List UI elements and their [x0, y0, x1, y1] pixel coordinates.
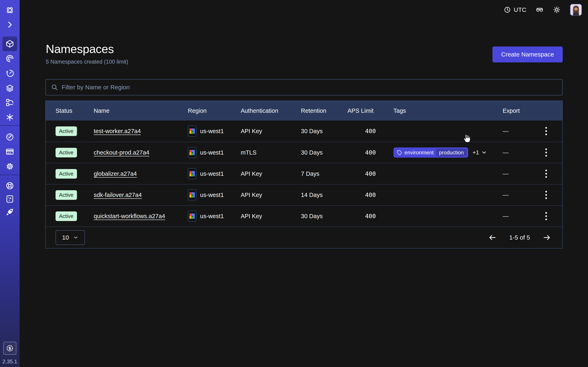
- row-actions-menu-button[interactable]: [541, 189, 551, 201]
- page-title: Namespaces: [46, 42, 114, 56]
- export-value: —: [503, 192, 541, 198]
- retention-value: 14 Days: [301, 192, 347, 198]
- tag-expand-button[interactable]: [481, 150, 487, 156]
- namespaces-cube-icon: [6, 40, 14, 48]
- authentication-value: API Key: [241, 192, 301, 198]
- region-label: us-west1: [200, 149, 224, 156]
- timezone-label: UTC: [514, 6, 526, 13]
- tag-icon: [397, 150, 402, 155]
- create-namespace-button[interactable]: Create Namespace: [493, 47, 563, 62]
- region-label: us-west1: [200, 213, 224, 220]
- table-row: Active globalizer.a27a4 us-west1 API Key…: [46, 163, 562, 184]
- namespace-link[interactable]: checkout-prod.a27a4: [94, 149, 149, 156]
- chevron-right-icon: [6, 20, 14, 29]
- column-header-region: Region: [188, 108, 241, 114]
- sun-icon: [553, 6, 561, 14]
- export-value: —: [503, 213, 541, 220]
- glasses-icon: [536, 6, 544, 14]
- region-label: us-west1: [200, 170, 224, 177]
- quickstart-rocket-icon: [6, 208, 14, 216]
- search-icon: [51, 84, 58, 91]
- table-header: StatusNameRegionAuthenticationRetentionA…: [46, 101, 562, 120]
- gcp-logo-icon: [188, 125, 196, 137]
- sidebar-item-billing[interactable]: [2, 144, 17, 159]
- namespace-link[interactable]: quickstart-workflows.a27a4: [94, 213, 165, 219]
- gcp-logo-icon: [188, 211, 196, 222]
- tag-key: environment: [405, 150, 434, 156]
- tags-cell: environment production +1: [393, 147, 503, 158]
- namespace-link[interactable]: globalizer.a27a4: [94, 170, 137, 177]
- page-subtitle: 5 Namespaces created (100 limit): [46, 59, 128, 65]
- sidebar-item-logo[interactable]: [2, 3, 17, 17]
- column-header-retention: Retention: [301, 108, 347, 114]
- page-size-select[interactable]: 10: [56, 230, 85, 245]
- region-label: us-west1: [200, 128, 224, 134]
- filter-bar: [45, 79, 563, 95]
- table-footer: 10 1-5 of 5: [46, 226, 562, 248]
- clock-icon: [504, 6, 511, 13]
- row-actions-menu-button[interactable]: [541, 167, 551, 180]
- pagination-range: 1-5 of 5: [509, 234, 530, 241]
- avatar-image: [571, 4, 581, 15]
- workflows-spiral-icon: [6, 54, 14, 63]
- deployments-layers-icon: [6, 84, 14, 92]
- chevron-down-icon: [73, 235, 78, 240]
- user-avatar[interactable]: [570, 4, 582, 16]
- status-badge: Active: [56, 148, 77, 157]
- status-badge: Active: [56, 169, 77, 179]
- sidebar-divider: [0, 125, 20, 125]
- export-value: —: [503, 128, 541, 134]
- usage-gauge-icon: [6, 133, 14, 141]
- row-actions-menu-button[interactable]: [541, 146, 551, 159]
- theme-toggle-button[interactable]: [553, 6, 561, 14]
- retention-value: 30 Days: [301, 128, 347, 134]
- column-header-export: Export: [503, 108, 541, 114]
- sidebar-item-namespaces[interactable]: [2, 36, 17, 51]
- onboarding-doc-sparkle-icon: [6, 195, 14, 203]
- sidebar-item-settings[interactable]: [2, 159, 17, 174]
- main-content: Namespaces 5 Namespaces created (100 lim…: [20, 20, 588, 367]
- arrow-left-icon: [488, 234, 497, 242]
- retention-value: 30 Days: [301, 213, 347, 220]
- sidebar-item-schedules[interactable]: [2, 66, 17, 81]
- credits-badge-button[interactable]: [3, 342, 16, 355]
- row-actions-menu-button[interactable]: [541, 125, 551, 137]
- sidebar-item-onboarding[interactable]: [2, 192, 17, 206]
- column-header-name: Name: [94, 108, 188, 114]
- sidebar-item-quickstart[interactable]: [2, 205, 17, 219]
- aps-limit-value: 400: [347, 192, 393, 198]
- authentication-value: mTLS: [241, 149, 301, 156]
- region-label: us-west1: [200, 192, 224, 198]
- sidebar-item-usage[interactable]: [2, 130, 17, 144]
- sidebar-item-batch[interactable]: [2, 110, 17, 125]
- retention-value: 30 Days: [301, 149, 347, 156]
- billing-card-icon: [6, 147, 14, 156]
- sidebar-item-support[interactable]: [2, 178, 17, 193]
- timezone-selector[interactable]: UTC: [504, 6, 526, 13]
- sidebar-item-nexus[interactable]: [2, 95, 17, 110]
- namespace-link[interactable]: test-worker.a27a4: [94, 128, 141, 134]
- filter-input[interactable]: [62, 84, 557, 91]
- table-row: Active quickstart-workflows.a27a4 us-wes…: [46, 205, 562, 226]
- aps-limit-value: 400: [347, 170, 393, 177]
- schedules-timer-icon: [6, 69, 14, 78]
- next-page-button[interactable]: [543, 234, 551, 242]
- row-actions-menu-button[interactable]: [541, 210, 551, 222]
- sidebar: 2.35.1: [0, 0, 20, 367]
- sidebar-item-workflows[interactable]: [2, 51, 17, 66]
- table-row: Active checkout-prod.a27a4 us-west1 mTLS…: [46, 142, 562, 163]
- sidebar-item-deployments[interactable]: [2, 81, 17, 95]
- previous-page-button[interactable]: [488, 234, 497, 242]
- export-value: —: [503, 149, 541, 156]
- column-header-status: Status: [56, 108, 94, 114]
- glasses-button[interactable]: [536, 6, 544, 14]
- gcp-logo-icon: [188, 147, 196, 158]
- tag-pill[interactable]: environment production: [393, 147, 468, 158]
- aps-limit-value: 400: [347, 213, 393, 220]
- temporal-logo-icon: [6, 6, 14, 15]
- sidebar-item-expand[interactable]: [2, 17, 17, 32]
- namespaces-table: StatusNameRegionAuthenticationRetentionA…: [45, 100, 563, 249]
- namespace-link[interactable]: sdk-failover.a27a4: [94, 192, 142, 198]
- arrow-right-icon: [543, 234, 551, 242]
- status-badge: Active: [56, 126, 77, 136]
